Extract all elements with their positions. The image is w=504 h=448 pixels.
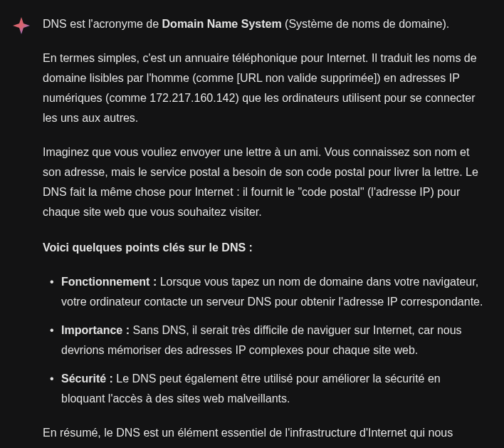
section-heading: Voici quelques points clés sur le DNS : [43, 238, 484, 258]
sparkle-icon [11, 16, 31, 36]
bullet-list: Fonctionnement : Lorsque vous tapez un n… [43, 272, 484, 409]
list-item: Importance : Sans DNS, il serait très di… [43, 321, 484, 360]
bullet-label: Fonctionnement : [61, 276, 157, 288]
list-item: Fonctionnement : Lorsque vous tapez un n… [43, 272, 484, 312]
summary-paragraph: En résumé, le DNS est un élément essenti… [43, 423, 484, 448]
paragraph-2: Imaginez que vous vouliez envoyer une le… [43, 142, 484, 222]
bullet-label: Sécurité : [61, 373, 113, 385]
intro-prefix: DNS est l'acronyme de [43, 18, 162, 30]
intro-paragraph: DNS est l'acronyme de Domain Name System… [43, 14, 484, 34]
intro-bold: Domain Name System [162, 18, 282, 30]
assistant-message: DNS est l'acronyme de Domain Name System… [11, 14, 493, 448]
intro-suffix: (Système de noms de domaine). [282, 18, 450, 30]
bullet-label: Importance : [61, 324, 130, 336]
list-item: Sécurité : Le DNS peut également être ut… [43, 369, 484, 409]
assistant-avatar [11, 16, 31, 36]
message-content: DNS est l'acronyme de Domain Name System… [43, 14, 493, 448]
paragraph-1: En termes simples, c'est un annuaire tél… [43, 48, 484, 128]
bullet-text: Le DNS peut également être utilisé pour … [61, 373, 441, 405]
